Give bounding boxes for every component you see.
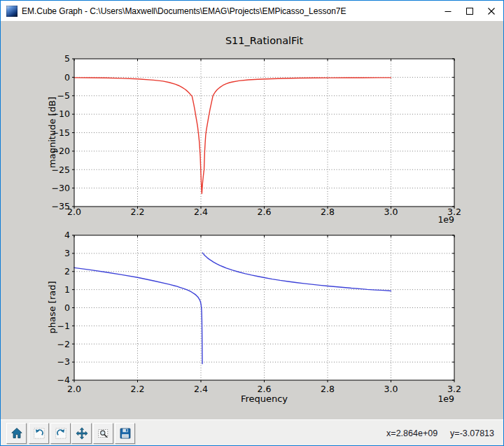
back-button[interactable] <box>29 423 49 444</box>
x-offset-label-top: 1e9 <box>74 214 454 225</box>
svg-text:2.8: 2.8 <box>321 384 335 394</box>
save-floppy-icon <box>118 426 132 440</box>
svg-text:−1: −1 <box>57 321 70 331</box>
svg-text:5: 5 <box>64 53 70 64</box>
zoom-rect-icon <box>97 426 111 440</box>
close-button[interactable] <box>480 1 502 21</box>
maximize-button[interactable] <box>458 1 480 21</box>
svg-text:2: 2 <box>64 266 70 277</box>
back-arrow-icon <box>32 426 46 440</box>
close-icon <box>488 8 495 15</box>
svg-text:3.2: 3.2 <box>447 384 461 394</box>
svg-text:1: 1 <box>64 284 70 295</box>
title-bar: EM.Cube Graph - C:\Users\Maxwell\Documen… <box>1 1 503 21</box>
cursor-position-readout: x=2.864e+09 y=-3.07813 <box>386 428 494 438</box>
figure-canvas[interactable]: 2.02.22.42.62.83.03.250−5−10−15−20−25−30… <box>1 21 503 419</box>
cursor-y-value: y=-3.07813 <box>450 428 494 438</box>
svg-text:3: 3 <box>64 248 70 258</box>
app-icon <box>6 6 18 17</box>
svg-text:2.4: 2.4 <box>194 384 208 394</box>
minimize-icon <box>444 8 451 15</box>
home-icon <box>10 426 24 440</box>
pan-button[interactable] <box>71 423 92 444</box>
phase-y-axis-label: phase [rad] <box>47 281 57 333</box>
chart-title: S11_RationalFit <box>74 35 454 46</box>
svg-text:−4: −4 <box>57 375 70 385</box>
svg-text:−2: −2 <box>57 339 70 349</box>
zoom-button[interactable] <box>93 423 113 444</box>
forward-arrow-icon <box>54 426 68 440</box>
svg-text:4: 4 <box>64 230 70 240</box>
forward-button[interactable] <box>50 423 71 444</box>
window-title: EM.Cube Graph - C:\Users\Maxwell\Documen… <box>22 6 346 16</box>
svg-text:−35: −35 <box>52 201 70 211</box>
svg-text:−5: −5 <box>57 90 70 101</box>
svg-text:−3: −3 <box>57 356 70 367</box>
x-offset-label-bottom: 1e9 <box>74 393 454 404</box>
navigation-toolbar: x=2.864e+09 y=-3.07813 <box>1 419 503 446</box>
cursor-x-value: x=2.864e+09 <box>386 428 438 438</box>
svg-text:2.6: 2.6 <box>258 384 272 394</box>
save-button[interactable] <box>115 423 135 444</box>
minimize-button[interactable] <box>437 1 458 21</box>
svg-text:−30: −30 <box>52 183 70 193</box>
svg-text:2.2: 2.2 <box>131 384 145 394</box>
window-controls <box>437 1 502 21</box>
magnitude-y-axis-label: magnitude [dB] <box>47 97 57 168</box>
home-button[interactable] <box>6 423 27 444</box>
maximize-icon <box>466 8 473 15</box>
pan-arrows-icon <box>75 426 89 440</box>
svg-text:3.0: 3.0 <box>384 384 398 394</box>
svg-text:0: 0 <box>64 72 70 83</box>
app-window: EM.Cube Graph - C:\Users\Maxwell\Documen… <box>0 0 504 446</box>
svg-text:0: 0 <box>64 302 70 313</box>
